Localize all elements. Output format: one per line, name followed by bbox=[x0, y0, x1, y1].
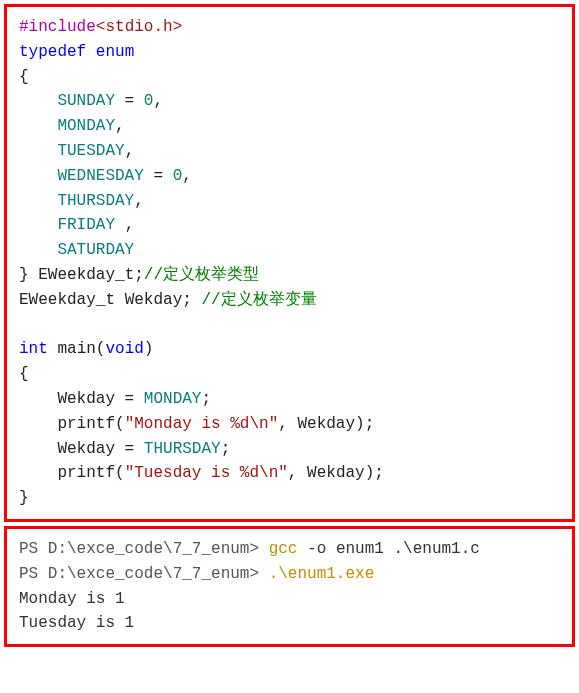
str-tuesday: "Tuesday is %d\n" bbox=[125, 464, 288, 482]
source-code: #include<stdio.h> typedef enum { SUNDAY … bbox=[19, 15, 560, 511]
semi: ; bbox=[221, 440, 231, 458]
enum-tuesday: TUESDAY bbox=[57, 142, 124, 160]
num-zero-2: 0 bbox=[173, 167, 183, 185]
preproc-include: #include bbox=[19, 18, 96, 36]
kw-void: void bbox=[105, 340, 143, 358]
term-out-1: Monday is 1 bbox=[19, 590, 125, 608]
comma: , bbox=[182, 167, 192, 185]
term-prompt-1: PS D:\exce_code\7_7_enum> bbox=[19, 540, 259, 558]
comma: , bbox=[278, 415, 288, 433]
kw-enum: enum bbox=[96, 43, 134, 61]
semi: ; bbox=[201, 390, 211, 408]
paren-open: ( bbox=[115, 464, 125, 482]
op-eq: = bbox=[115, 440, 144, 458]
semi: ; bbox=[374, 464, 384, 482]
semi: ; bbox=[134, 266, 144, 284]
brace-open-main: { bbox=[19, 365, 29, 383]
term-prompt-2: PS D:\exce_code\7_7_enum> bbox=[19, 565, 259, 583]
term-cmd-gcc: gcc bbox=[269, 540, 298, 558]
comment-var: //定义枚举变量 bbox=[201, 291, 316, 309]
semi: ; bbox=[182, 291, 192, 309]
assign1-lhs: Wekday bbox=[57, 390, 115, 408]
call-printf-2: printf bbox=[57, 464, 115, 482]
func-main: main bbox=[57, 340, 95, 358]
header-close: > bbox=[173, 18, 183, 36]
str-monday: "Monday is %d\n" bbox=[125, 415, 279, 433]
semi: ; bbox=[365, 415, 375, 433]
paren-open: ( bbox=[115, 415, 125, 433]
assign2-lhs: Wekday bbox=[57, 440, 115, 458]
comma: , bbox=[125, 142, 135, 160]
paren-close: ) bbox=[144, 340, 154, 358]
brace-close-main: } bbox=[19, 489, 29, 507]
kw-int: int bbox=[19, 340, 48, 358]
op-eq: = bbox=[144, 167, 173, 185]
enum-thursday: THURSDAY bbox=[57, 192, 134, 210]
kw-typedef: typedef bbox=[19, 43, 86, 61]
comma: , bbox=[134, 192, 144, 210]
arg-wekday-2: Wekday bbox=[297, 464, 364, 482]
enum-sunday: SUNDAY bbox=[57, 92, 115, 110]
enum-saturday: SATURDAY bbox=[57, 241, 134, 259]
code-editor-panel: #include<stdio.h> typedef enum { SUNDAY … bbox=[4, 4, 575, 522]
header-name: stdio.h bbox=[105, 18, 172, 36]
call-printf-1: printf bbox=[57, 415, 115, 433]
enum-friday: FRIDAY bbox=[57, 216, 124, 234]
op-eq: = bbox=[115, 390, 144, 408]
term-out-2: Tuesday is 1 bbox=[19, 614, 134, 632]
terminal-output: PS D:\exce_code\7_7_enum> gcc -o enum1 .… bbox=[19, 537, 560, 636]
brace-open: { bbox=[19, 68, 29, 86]
typedef-name: EWeekday_t bbox=[38, 266, 134, 284]
paren-close: ) bbox=[365, 464, 375, 482]
comma: , bbox=[125, 216, 135, 234]
terminal-panel: PS D:\exce_code\7_7_enum> gcc -o enum1 .… bbox=[4, 526, 575, 647]
assign1-rhs: MONDAY bbox=[144, 390, 202, 408]
comma: , bbox=[115, 117, 125, 135]
brace-close: } bbox=[19, 266, 29, 284]
paren-close: ) bbox=[355, 415, 365, 433]
term-cmd-run: .\enum1.exe bbox=[269, 565, 375, 583]
assign2-rhs: THURSDAY bbox=[144, 440, 221, 458]
arg-wekday-1: Wekday bbox=[288, 415, 355, 433]
comma: , bbox=[153, 92, 163, 110]
term-args-1: -o enum1 .\enum1.c bbox=[297, 540, 479, 558]
comment-typedef: //定义枚举类型 bbox=[144, 266, 259, 284]
header-open: < bbox=[96, 18, 106, 36]
paren-open: ( bbox=[96, 340, 106, 358]
op-eq: = bbox=[115, 92, 144, 110]
enum-monday: MONDAY bbox=[57, 117, 115, 135]
enum-wednesday: WEDNESDAY bbox=[57, 167, 143, 185]
num-zero-1: 0 bbox=[144, 92, 154, 110]
var-name: Wekday bbox=[125, 291, 183, 309]
var-type: EWeekday_t bbox=[19, 291, 115, 309]
